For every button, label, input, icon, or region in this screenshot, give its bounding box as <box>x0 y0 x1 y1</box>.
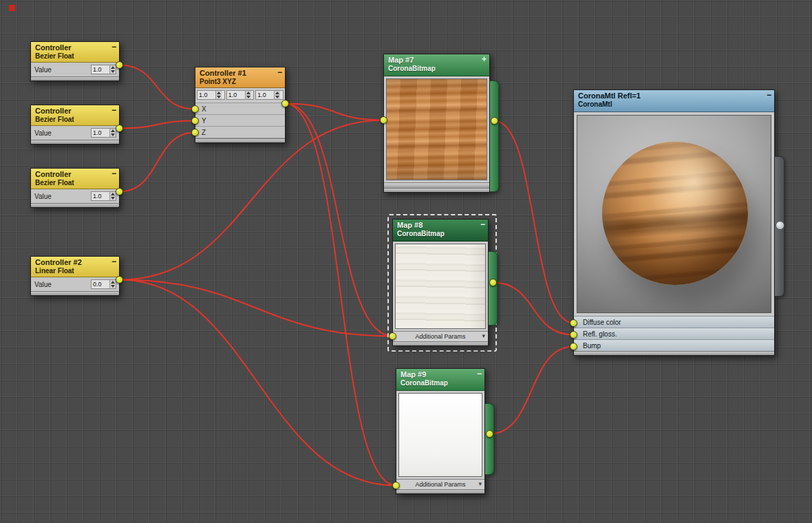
input-socket-bump[interactable] <box>570 343 577 350</box>
additional-params-row[interactable]: Additional Params ▾ <box>393 331 488 341</box>
value-spinner[interactable]: 0.0 <box>91 279 116 289</box>
node-subtitle: Linear Float <box>35 267 115 275</box>
value-spinner[interactable]: 1.0 <box>91 191 116 201</box>
output-socket[interactable] <box>281 100 289 107</box>
y-spinner[interactable]: 1.0 <box>226 90 255 100</box>
collapse-icon[interactable]: − <box>111 169 116 178</box>
collapse-icon[interactable]: − <box>767 90 771 100</box>
collapse-icon[interactable]: − <box>111 42 116 52</box>
x-spinner[interactable]: 1.0 <box>197 90 225 100</box>
output-tab[interactable] <box>490 81 499 192</box>
additional-params-row[interactable]: Additional Params ▾ <box>396 479 484 489</box>
value-field[interactable]: 0.0 <box>92 280 109 288</box>
spinner-arrows-icon[interactable] <box>245 91 251 99</box>
node-header[interactable]: Map #7 CoronaBitmap + <box>384 54 489 76</box>
node-coronamtl[interactable]: CoronaMtl Refl=1 CoronaMtl − Diffuse col… <box>573 89 775 356</box>
node-point3-xyz[interactable]: Controller #1 Point3 XYZ − 1.0 1.0 1.0 X… <box>195 67 286 143</box>
rollout-arrow-icon[interactable]: ▾ <box>482 332 485 339</box>
side-tab-handle[interactable] <box>776 221 784 230</box>
node-header[interactable]: Map #9 CoronaBitmap − <box>396 369 484 391</box>
bitmap-preview-white[interactable] <box>398 393 482 477</box>
node-title: Controller #2 <box>35 258 115 267</box>
output-socket[interactable] <box>486 430 493 438</box>
spinner-arrows-icon[interactable] <box>215 91 222 99</box>
spinner-arrows-icon[interactable] <box>109 129 116 137</box>
node-linear-float[interactable]: Controller #2 Linear Float − Value 0.0 <box>30 256 120 296</box>
node-map8-coronabitmap[interactable]: Map #8 CoronaBitmap − Additional Params … <box>392 219 489 346</box>
slot-row-diffuse[interactable]: Diffuse color <box>574 316 774 328</box>
output-tab[interactable] <box>489 251 498 325</box>
collapse-icon[interactable]: − <box>277 67 282 77</box>
value-field[interactable]: 1.0 <box>92 192 109 200</box>
slot-row-bump[interactable]: Bump <box>574 339 774 351</box>
value-spinner[interactable]: 1.0 <box>91 65 116 74</box>
material-preview[interactable] <box>577 115 771 313</box>
node-stack-shadow <box>574 351 774 355</box>
node-subtitle: CoronaBitmap <box>400 379 480 387</box>
input-socket-z[interactable] <box>191 129 199 136</box>
spinner-arrows-icon[interactable] <box>109 280 116 288</box>
value-spinner[interactable]: 1.0 <box>91 128 116 138</box>
slot-row-refl-gloss[interactable]: Refl. gloss. <box>574 328 774 339</box>
output-socket[interactable] <box>491 117 498 125</box>
node-header[interactable]: Map #8 CoronaBitmap − <box>393 220 488 242</box>
spinner-arrows-icon[interactable] <box>109 192 116 200</box>
node-title: Controller <box>35 170 115 179</box>
collapsed-rollout[interactable] <box>384 182 489 188</box>
input-socket-y[interactable] <box>191 117 199 125</box>
node-map9-coronabitmap[interactable]: Map #9 CoronaBitmap − Additional Params … <box>396 368 485 494</box>
node-header[interactable]: Controller #2 Linear Float − <box>31 257 119 277</box>
slot-row-x[interactable]: X <box>195 103 285 115</box>
rollout-arrow-icon[interactable]: ▾ <box>478 480 482 487</box>
output-tab[interactable] <box>485 403 494 475</box>
y-value-field[interactable]: 1.0 <box>227 91 245 99</box>
node-map7-coronabitmap[interactable]: Map #7 CoronaBitmap + <box>383 54 490 193</box>
output-socket[interactable] <box>116 188 123 195</box>
node-header[interactable]: Controller Bezier Float − <box>31 169 119 189</box>
input-socket-gloss[interactable] <box>570 331 577 339</box>
node-stack-shadow <box>195 138 285 142</box>
node-subtitle: CoronaBitmap <box>388 65 485 73</box>
slot-row-z[interactable]: Z <box>195 127 285 138</box>
output-socket[interactable] <box>116 125 123 132</box>
node-header[interactable]: Controller Bezier Float − <box>31 42 119 63</box>
additional-params-label: Additional Params <box>415 481 465 488</box>
node-title: Controller #1 <box>200 69 281 78</box>
input-socket[interactable] <box>380 116 387 124</box>
collapse-icon[interactable]: − <box>111 257 116 266</box>
collapse-icon[interactable]: − <box>111 105 116 115</box>
collapse-icon[interactable]: − <box>477 369 482 378</box>
input-socket-diffuse[interactable] <box>570 319 577 327</box>
node-header[interactable]: CoronaMtl Refl=1 CoronaMtl − <box>574 90 774 112</box>
node-bezier-float-1[interactable]: Controller Bezier Float − Value 1.0 <box>30 41 120 81</box>
xyz-spinner-row: 1.0 1.0 1.0 <box>195 88 285 103</box>
node-editor-canvas[interactable]: Controller Bezier Float − Value 1.0 Cont… <box>0 0 812 523</box>
value-field[interactable]: 1.0 <box>92 65 109 74</box>
slot-row-y[interactable]: Y <box>195 115 285 127</box>
z-value-field[interactable]: 1.0 <box>256 91 274 99</box>
node-stack-shadow <box>396 489 484 493</box>
collapse-icon[interactable]: − <box>480 220 485 229</box>
input-socket-params[interactable] <box>392 482 400 489</box>
input-socket-params[interactable] <box>389 332 396 340</box>
node-header[interactable]: Controller #1 Point3 XYZ − <box>195 67 285 88</box>
spinner-arrows-icon[interactable] <box>274 91 280 99</box>
bitmap-preview-wood[interactable] <box>386 78 487 180</box>
output-socket[interactable] <box>116 61 123 69</box>
bitmap-preview-light-wood[interactable] <box>395 244 486 329</box>
input-socket-x[interactable] <box>191 105 199 113</box>
expand-icon[interactable]: + <box>482 54 487 64</box>
slot-label: Bump <box>583 342 601 350</box>
value-field[interactable]: 1.0 <box>92 129 109 137</box>
node-stack-shadow <box>31 203 119 207</box>
node-bezier-float-2[interactable]: Controller Bezier Float − Value 1.0 <box>30 105 120 145</box>
z-spinner[interactable]: 1.0 <box>255 90 284 100</box>
output-socket[interactable] <box>116 276 123 284</box>
spinner-arrows-icon[interactable] <box>109 65 116 74</box>
value-label: Value <box>34 129 52 137</box>
node-bezier-float-3[interactable]: Controller Bezier Float − Value 1.0 <box>30 168 120 208</box>
node-header[interactable]: Controller Bezier Float − <box>31 105 119 126</box>
value-row: Value 1.0 <box>31 63 119 76</box>
output-socket[interactable] <box>489 279 497 286</box>
x-value-field[interactable]: 1.0 <box>197 91 215 99</box>
